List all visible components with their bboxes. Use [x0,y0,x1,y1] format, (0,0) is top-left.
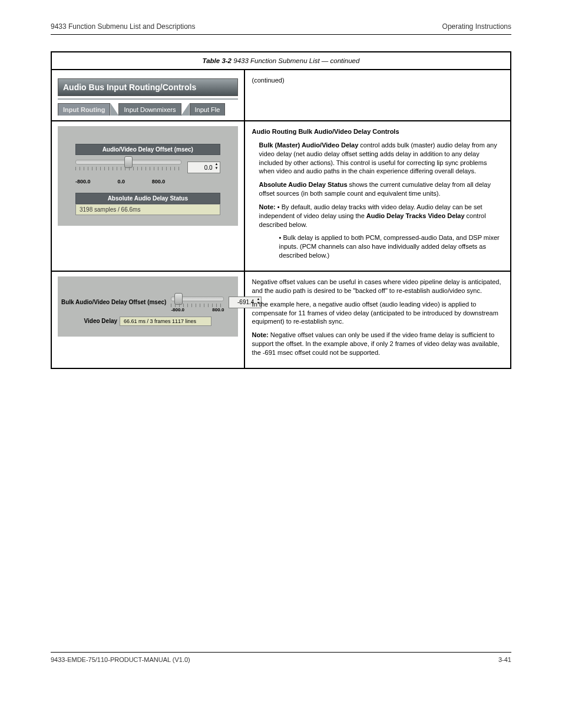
bulk-delay-slider[interactable]: -800.0 800.0 [171,294,224,311]
rt-p1a: Bulk (Master) Audio/Video Delay [259,141,359,149]
row2-left-cell: Bulk Audio/Video Delay Offset (msec) -80… [51,271,244,368]
rt-note2: • Bulk delay is applied to both PCM, com… [279,233,503,260]
tab-input-downmixers[interactable]: Input Downmixers [118,103,181,116]
tick-mid: 0.0 [117,179,125,185]
rt-note1b: Audio Delay Tracks Video Delay [366,212,465,219]
bulk-delay-label: Bulk Audio/Video Delay Offset (msec) [61,299,166,305]
bulk-delay-value[interactable] [229,297,255,308]
tick2-max: 800.0 [212,307,224,312]
video-delay-label: Video Delay [84,318,118,324]
header-right: Operating Instructions [442,22,511,31]
row2-rt1a: Negative offset values can be useful in … [252,278,503,295]
tab-input-fle[interactable]: Input Fle [190,103,226,116]
tab-input-routing[interactable]: Input Routing [58,103,110,116]
row1b-right-cell: Audio Routing Bulk Audio/Video Delay Con… [244,121,511,271]
row1b-left-cell: Audio/Video Delay Offset (msec) ▲▼ [51,121,244,271]
av-delay-value[interactable] [188,162,214,173]
spin-down-icon[interactable]: ▼ [214,166,220,170]
note-label-1: Note: [259,203,276,210]
rt-title: Audio Routing Bulk Audio/Video Delay Con… [252,128,399,135]
table-title-row: Table 3-2 9433 Function Submenu List — c… [51,52,511,70]
row1-left-cell: Audio Bus Input Routing/Controls Input R… [51,70,244,121]
panel-header: Audio Bus Input Routing/Controls [58,78,238,96]
header-left: 9433 Function Submenu List and Descripti… [51,22,195,31]
header-underline [58,98,238,100]
continued-tag: (continued) [252,76,503,85]
row2-rtnote: Negative offset values can only be used … [252,331,500,356]
footer-left: 9433-EMDE-75/110-PRODUCT-MANUAL (V1.0) [51,656,190,663]
tabs: Input Routing Input Downmixers Input Fle [58,103,238,116]
row1-right-cell: (continued) [244,70,511,121]
status-title: Absolute Audio Delay Status [75,193,220,204]
rt-p2a: Absolute Audio Delay Status [259,181,348,188]
av-delay-title: Audio/Video Delay Offset (msec) [75,144,220,155]
tick-max: 800.0 [152,179,166,185]
row2-rt1b: In the example here, a negative audio of… [252,300,503,327]
av-delay-slider[interactable] [75,157,181,177]
tick2-min: -800.0 [171,307,184,312]
status-value: 3198 samples / 66.6ms [75,204,220,215]
spin-up-icon[interactable]: ▲ [214,162,220,166]
tick-min: -800.0 [75,179,91,185]
function-table: Table 3-2 9433 Function Submenu List — c… [51,51,511,369]
table-title-left: Table 3-2 [203,57,232,64]
table-title-right: 9433 Function Submenu List — continued [233,57,359,64]
video-delay-readout: 66.61 ms / 3 frames 1117 lines [120,317,211,326]
row2-right-cell: Negative offset values can be useful in … [244,271,511,368]
av-delay-spinner[interactable]: ▲▼ [187,162,220,173]
footer-right: 3-41 [498,656,511,663]
note-label-2: Note: [252,331,269,338]
